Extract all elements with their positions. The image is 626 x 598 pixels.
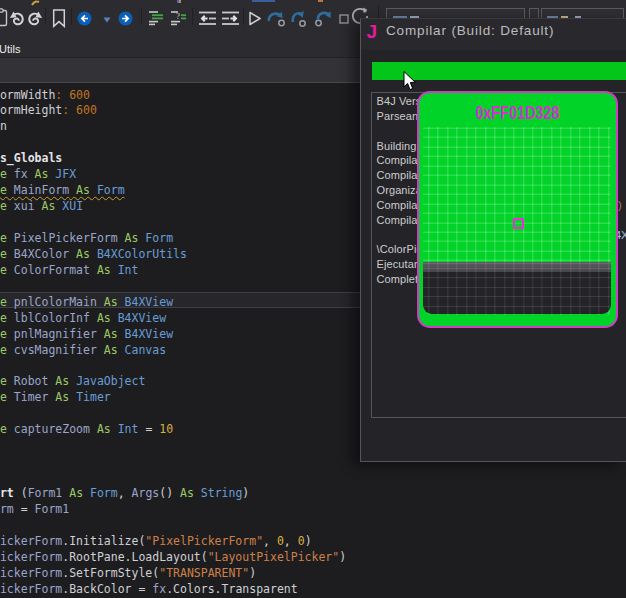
code-token: (: [21, 486, 28, 500]
code-token: Private: [0, 199, 14, 213]
code-token: 0: [298, 534, 305, 548]
code-token: Form: [145, 231, 173, 245]
code-token: fx: [152, 582, 166, 596]
magnifier-grid: [423, 262, 611, 314]
code-token: ,: [118, 486, 132, 500]
code-token: =: [138, 422, 159, 436]
redo-icon[interactable]: [27, 11, 43, 26]
bookmark-icon[interactable]: [52, 9, 66, 28]
magnified-dark-region: [423, 262, 611, 314]
code-token: ): [339, 550, 346, 564]
code-line: [0, 358, 346, 374]
code-token: Private: [0, 390, 14, 404]
code-line: #MainFormHeight: 600: [0, 103, 346, 119]
code-token: Private: [0, 231, 14, 245]
code-token: String: [201, 486, 243, 500]
outdent-icon[interactable]: [198, 11, 217, 26]
code-line: Private MainForm As Form: [0, 183, 346, 199]
code-line: Private pnlMagnifier As B4XView: [0, 327, 346, 343]
code-line: Private PixelPickerForm As Form: [0, 231, 346, 247]
step-over-icon[interactable]: [267, 10, 287, 27]
code-token: .SetFormStyle(: [62, 566, 159, 580]
code-token: Private: [0, 183, 14, 197]
code-token: Private: [0, 311, 14, 325]
code-token: ,: [284, 534, 298, 548]
code-token: lblColorInf: [14, 311, 90, 325]
code-line: #MainFormWidth: 600: [0, 88, 346, 104]
code-token: xui: [14, 199, 35, 213]
navigate-back-icon[interactable]: [77, 11, 92, 26]
code-token: .BackColor =: [62, 582, 152, 596]
step-out-icon[interactable]: [314, 10, 333, 27]
comment-icon[interactable]: [148, 10, 165, 26]
code-line: PixelPickerForm.Initialize("PixelPickerF…: [0, 534, 346, 550]
code-line: #End Region: [0, 119, 346, 135]
code-line: PixelPickerForm.RootPane.LoadLayout("Lay…: [0, 550, 346, 566]
code-token: PixelPickerForm: [0, 582, 62, 596]
module-tab-utils[interactable]: Utils: [0, 43, 20, 55]
code-token: As: [97, 295, 125, 309]
code-token: PixelPickerForm: [0, 566, 62, 580]
code-token: Process_Globals: [0, 151, 62, 165]
code-token: (): [159, 486, 173, 500]
code-line: Private lblColorInf As B4XView: [0, 311, 346, 327]
code-token: As: [28, 167, 56, 181]
toolbar-separator: [192, 8, 193, 25]
uncomment-icon[interactable]: ?: [170, 10, 187, 26]
code-token: As: [62, 486, 90, 500]
step-into-icon[interactable]: [291, 10, 309, 27]
navigate-forward-icon[interactable]: [118, 11, 133, 26]
code-line: Private fx As JFX: [0, 167, 346, 183]
toolbar-remnant-dot: [318, 0, 323, 2]
code-token: As: [69, 247, 97, 261]
stop-icon[interactable]: [339, 14, 349, 24]
code-token: =: [14, 502, 35, 516]
code-token: Private: [0, 422, 14, 436]
code-token: ): [305, 534, 312, 548]
pixel-picker-window[interactable]: 0xFF01D328: [417, 91, 618, 329]
mouse-cursor: [403, 71, 417, 91]
code-token: As: [173, 486, 201, 500]
code-token: Timer: [14, 390, 49, 404]
code-token: Form: [97, 183, 125, 197]
code-line: Sub AppStart (Form1 As Form, Args() As S…: [0, 486, 346, 502]
code-token: Timer: [76, 390, 111, 404]
code-line: [0, 215, 346, 231]
code-line: Private Timer As Timer: [0, 390, 346, 406]
code-token: B4XView: [125, 327, 173, 341]
code-token: MainForm: [0, 502, 14, 516]
code-token: Private: [0, 343, 14, 357]
code-line: [0, 454, 346, 470]
code-token: Private: [0, 247, 14, 261]
center-pixel-indicator: [513, 218, 525, 229]
code-token: As: [90, 311, 118, 325]
menu-remnant-icon: [31, 0, 43, 6]
code-token: Private: [0, 374, 14, 388]
toolbar-remnant-dash: [252, 0, 275, 2]
code-token: As: [97, 327, 125, 341]
code-token: ColorFormat: [14, 263, 90, 277]
code-token: cvsMagnifier: [14, 343, 97, 357]
indent-icon[interactable]: [221, 11, 240, 26]
code-token: Form1: [35, 502, 70, 516]
back-history-dropdown-icon[interactable]: [103, 17, 111, 23]
code-token: .Colors.Transparent: [166, 582, 298, 596]
code-token: "LayoutPixelPicker": [208, 550, 340, 564]
code-line: PixelPickerForm.SetFormStyle("TRANSPAREN…: [0, 566, 346, 582]
toolbar-separator: [45, 8, 46, 25]
code-token: B4XView: [118, 311, 166, 325]
code-token: 0: [277, 534, 284, 548]
b4j-ide-screenshot: ?: [0, 0, 626, 598]
svg-text:?: ?: [176, 11, 180, 21]
code-token: B4XColorUtils: [97, 247, 187, 261]
run-icon[interactable]: [248, 11, 262, 26]
paste-icon[interactable]: [0, 8, 8, 27]
code-token: Private: [0, 327, 14, 341]
code-token: "PixelPickerForm": [145, 534, 263, 548]
code-token: #MainFormWidth: [0, 88, 55, 102]
undo-icon[interactable]: [9, 11, 25, 26]
magnifier-canvas: [423, 127, 611, 315]
code-token: pnlMagnifier: [14, 327, 97, 341]
code-token: Robot: [14, 374, 49, 388]
code-token: .RootPane.LoadLayout(: [62, 550, 207, 564]
